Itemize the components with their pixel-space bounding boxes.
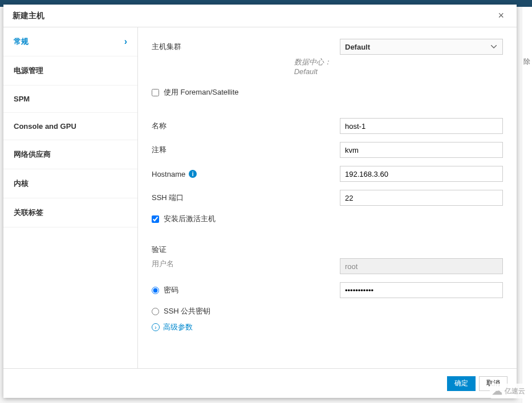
row-ssh-port: SSH 端口	[152, 190, 503, 206]
ssh-port-label: SSH 端口	[152, 193, 340, 203]
modal-title: 新建主机	[13, 11, 44, 21]
modal-footer: 确定 取消	[3, 368, 517, 398]
cloud-icon: ☁	[492, 385, 502, 397]
sidebar-item-label: 网络供应商	[14, 149, 51, 160]
sidebar-item-label: Console and GPU	[14, 122, 76, 131]
row-cluster: 主机集群 Default	[152, 39, 503, 55]
cluster-select[interactable]: Default	[340, 39, 503, 55]
password-radio[interactable]	[152, 287, 159, 294]
auth-title: 验证	[152, 245, 503, 255]
info-icon[interactable]: i	[189, 170, 197, 178]
sidebar-item-power[interactable]: 电源管理	[3, 56, 137, 86]
hostname-label: Hostname i	[152, 170, 340, 178]
close-button[interactable]: ×	[494, 7, 507, 24]
comment-label: 注释	[152, 145, 340, 155]
row-hostname: Hostname i	[152, 166, 503, 182]
comment-input[interactable]	[340, 142, 503, 158]
ssh-port-input[interactable]	[340, 190, 503, 206]
password-radio-label[interactable]: 密码	[164, 285, 178, 295]
sidebar-item-label: SPM	[14, 95, 30, 103]
advanced-params-link[interactable]: › 高级参数	[152, 322, 503, 332]
sshkey-radio[interactable]	[152, 308, 159, 315]
modal-body: 常规 › 电源管理 SPM Console and GPU 网络供应商 内核 关…	[3, 27, 517, 368]
watermark: ☁ 亿速云	[490, 384, 527, 398]
chevron-right-icon: ›	[124, 36, 127, 47]
username-input	[340, 258, 503, 274]
modal-header: 新建主机 ×	[3, 5, 517, 27]
row-comment: 注释	[152, 142, 503, 158]
sidebar-item-general[interactable]: 常规 ›	[3, 27, 137, 56]
row-username: 用户名	[152, 258, 503, 274]
row-activate: 安装后激活主机	[152, 214, 503, 224]
row-name: 名称	[152, 118, 503, 134]
sidebar-item-console-gpu[interactable]: Console and GPU	[3, 113, 137, 140]
sidebar-item-tags[interactable]: 关联标签	[3, 198, 137, 227]
cluster-label: 主机集群	[152, 42, 340, 52]
datacenter-info: 数据中心：Default	[152, 57, 340, 76]
sidebar-item-network-provider[interactable]: 网络供应商	[3, 140, 137, 169]
foreman-checkbox[interactable]	[152, 89, 159, 96]
sidebar-item-label: 内核	[14, 178, 29, 189]
row-password: 密码	[152, 282, 503, 298]
row-foreman: 使用 Foreman/Satellite	[152, 87, 503, 97]
activate-checkbox[interactable]	[152, 215, 159, 223]
hostname-input[interactable]	[340, 166, 503, 182]
name-input[interactable]	[340, 118, 503, 134]
peek-text: 除	[523, 57, 530, 67]
password-input[interactable]	[340, 282, 503, 298]
foreman-label[interactable]: 使用 Foreman/Satellite	[164, 87, 239, 97]
activate-label[interactable]: 安装后激活主机	[164, 214, 216, 224]
background-strip: 除	[522, 7, 532, 403]
new-host-modal: 新建主机 × 常规 › 电源管理 SPM Console and GPU 网络供…	[3, 5, 517, 398]
form-content: 主机集群 Default 数据中心：Default 使用 Foreman/Sat…	[138, 27, 517, 368]
sidebar: 常规 › 电源管理 SPM Console and GPU 网络供应商 内核 关…	[3, 27, 138, 368]
sidebar-item-spm[interactable]: SPM	[3, 86, 137, 113]
name-label: 名称	[152, 121, 340, 131]
sidebar-item-label: 常规	[14, 36, 29, 47]
sidebar-item-label: 关联标签	[14, 207, 43, 218]
sidebar-item-kernel[interactable]: 内核	[3, 169, 137, 198]
expand-icon: ›	[152, 323, 160, 331]
row-sshkey: SSH 公共密钥	[152, 306, 503, 316]
sshkey-radio-label[interactable]: SSH 公共密钥	[164, 306, 210, 316]
username-label: 用户名	[152, 259, 340, 269]
sidebar-item-label: 电源管理	[14, 66, 43, 76]
ok-button[interactable]: 确定	[447, 376, 476, 391]
